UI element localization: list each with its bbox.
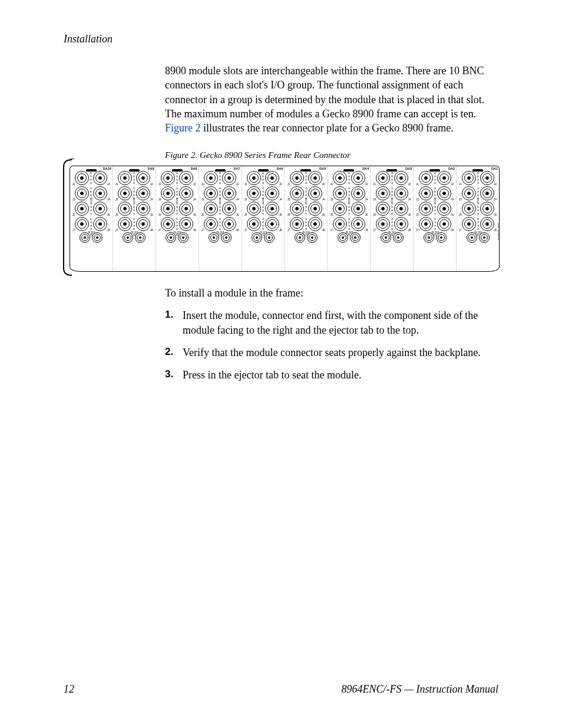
bnc-connector <box>135 232 146 243</box>
divider <box>263 187 263 199</box>
bnc-connector <box>333 186 347 200</box>
divider <box>478 172 478 184</box>
intro-paragraph-pre: 8900 module slots are interchangeable wi… <box>165 65 484 120</box>
divider <box>478 218 478 230</box>
divider <box>349 187 349 199</box>
divider <box>306 172 306 184</box>
jack-label: J8 <box>150 229 153 232</box>
bnc-connector <box>179 202 193 216</box>
connector-row: J1J2 <box>199 171 242 185</box>
jack-label: J4 <box>279 198 282 201</box>
jack-label: J3 <box>287 198 290 201</box>
bnc-connector <box>351 186 365 200</box>
bnc-connector <box>247 217 261 231</box>
divider <box>263 172 263 184</box>
jack-label: J5 <box>373 213 376 216</box>
slot-label: DA6 <box>276 167 283 170</box>
connector-row-in: IN <box>70 232 113 243</box>
bnc-connector <box>376 202 390 216</box>
figure-crossref-link[interactable]: Figure 2 <box>165 122 201 134</box>
jack-label: J4 <box>322 198 325 201</box>
bnc-connector <box>462 186 476 200</box>
bnc-connector <box>394 202 408 216</box>
connector-slot: DA6J1J2J3OUJ4J5J6J7J9 J10J8IN <box>242 166 285 271</box>
jack-label: J3 <box>330 198 333 201</box>
bnc-connector <box>308 171 322 185</box>
page-number: 12 <box>64 683 74 696</box>
bnc-connector <box>480 186 494 200</box>
connector-row: J7J9 J10J8 <box>156 217 199 231</box>
connector-slot: DA5J1J2J3OUJ4J5J6J7J9 J10J8IN <box>284 166 327 271</box>
divider <box>134 172 134 184</box>
jack-label: J4 <box>408 198 411 201</box>
divider <box>220 172 220 184</box>
divider <box>177 218 177 230</box>
connector-row: J7J9 J10J8 <box>371 217 413 231</box>
slot-label: DA3 <box>405 167 412 170</box>
connector-row: J5J6 <box>242 202 285 216</box>
jack-label: J1 <box>115 183 118 186</box>
bnc-connector <box>290 171 304 185</box>
connector-row: J5J6 <box>457 202 499 216</box>
install-instructions: To install a module in the frame: Insert… <box>165 286 501 390</box>
divider <box>306 218 306 230</box>
bnc-connector <box>265 171 279 185</box>
connector-row: J5J6 <box>328 202 370 216</box>
bnc-connector <box>161 186 175 200</box>
intro-paragraph: 8900 module slots are interchangeable wi… <box>165 64 501 135</box>
jack-label: J8 <box>408 229 411 232</box>
ejector-tab-icon <box>215 169 226 172</box>
jack-label: J7 <box>459 229 462 232</box>
bnc-connector <box>222 171 236 185</box>
bnc-connector <box>437 171 451 185</box>
bnc-connector <box>462 217 476 231</box>
bnc-connector <box>265 217 279 231</box>
divider <box>349 203 349 215</box>
jack-label: J3 <box>416 198 419 201</box>
bnc-connector <box>290 202 304 216</box>
bnc-connector <box>136 217 150 231</box>
divider <box>220 187 220 199</box>
bnc-connector <box>136 186 150 200</box>
jack-label: J3 <box>201 198 204 201</box>
bnc-connector <box>204 171 218 185</box>
bnc-connector <box>436 232 447 243</box>
instructions-list: Insert the module, connector end first, … <box>165 308 501 382</box>
bnc-connector <box>308 186 322 200</box>
bnc-connector <box>75 217 89 231</box>
bnc-connector <box>419 171 433 185</box>
jack-label: J6 <box>236 213 239 216</box>
connector-row: J7J9 J10J8 <box>328 217 370 231</box>
connector-slot: DA10J1J2J3OUJ4J5J6J7J9 J10J8IN <box>70 166 113 271</box>
jack-label: J8 <box>279 229 282 232</box>
jack-label: J7 <box>287 229 290 232</box>
bnc-connector <box>381 232 391 243</box>
divider <box>134 218 134 230</box>
connector-row: J5J6 <box>113 202 156 216</box>
bnc-connector <box>338 232 348 243</box>
jack-label: J7 <box>115 229 118 232</box>
bnc-connector <box>204 217 218 231</box>
bnc-connector <box>93 186 107 200</box>
jack-label: J3 <box>244 198 247 201</box>
bnc-connector <box>136 171 150 185</box>
jack-label: J1 <box>201 183 204 186</box>
divider <box>392 187 392 199</box>
bnc-connector <box>222 202 236 216</box>
slot-label: DA10 <box>103 167 111 170</box>
connector-row: J7J9 J10J8 <box>457 217 499 231</box>
divider <box>435 218 435 230</box>
bnc-connector <box>221 232 232 243</box>
bnc-connector <box>394 171 408 185</box>
bnc-connector <box>204 186 218 200</box>
bnc-connector <box>308 217 322 231</box>
jack-label: J5 <box>459 213 462 216</box>
jack-label: J6 <box>408 213 411 216</box>
jack-label: J6 <box>107 213 110 216</box>
bnc-connector <box>419 217 433 231</box>
bnc-connector <box>437 186 451 200</box>
instruction-step: Press in the ejector tab to seat the mod… <box>165 368 501 382</box>
intro-paragraph-post: illustrates the rear connector plate for… <box>201 122 454 134</box>
divider <box>134 187 134 199</box>
bnc-connector <box>376 186 390 200</box>
